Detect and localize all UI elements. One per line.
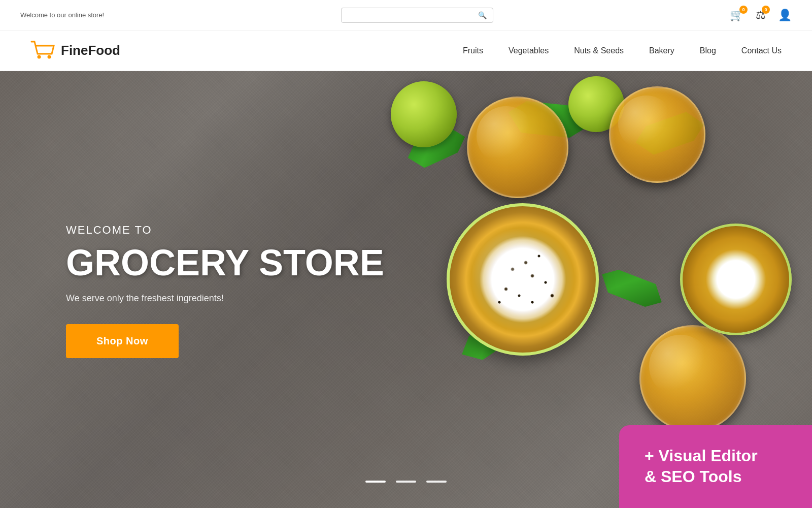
nav-link-contact[interactable]: Contact Us — [741, 46, 782, 55]
fruit-seeds — [460, 216, 592, 348]
leaf-4 — [596, 262, 667, 315]
nav-item-vegetables[interactable]: Vegetables — [509, 46, 549, 55]
nav-link-blog[interactable]: Blog — [700, 46, 716, 55]
visual-editor-badge: + Visual Editor & SEO Tools — [619, 425, 812, 508]
smoothie-cup-1 — [467, 97, 568, 198]
slider-dot-1[interactable] — [365, 481, 386, 483]
slider-dot-2[interactable] — [396, 481, 416, 483]
nav-item-fruits[interactable]: Fruits — [463, 46, 483, 55]
logo[interactable]: FineFood — [30, 41, 120, 61]
shop-now-button[interactable]: Shop Now — [66, 324, 179, 358]
search-input[interactable] — [348, 11, 475, 19]
hero-welcome-text: WELCOME TO — [66, 224, 384, 237]
logo-cart-icon — [30, 41, 56, 61]
search-box[interactable]: 🔍 — [341, 8, 493, 23]
hero-title: GROCERY STORE — [66, 243, 384, 283]
hero-section: WELCOME TO GROCERY STORE We serve only t… — [0, 71, 812, 508]
hero-subtitle: We serve only the freshest ingredients! — [66, 293, 384, 304]
smoothie-cup-3 — [639, 325, 746, 432]
nav-link-bakery[interactable]: Bakery — [649, 46, 674, 55]
slider-dots — [365, 481, 447, 483]
compare-icon-button[interactable]: ⚖ 0 — [756, 9, 766, 22]
logo-text: FineFood — [61, 43, 120, 58]
whole-fruit-1 — [391, 81, 457, 147]
account-icon-button[interactable]: 👤 — [778, 9, 792, 22]
cart-icon-button[interactable]: 🛒 0 — [730, 9, 743, 22]
nav-link-fruits[interactable]: Fruits — [463, 46, 483, 55]
visual-editor-line2: & SEO Tools — [645, 466, 787, 488]
cart-badge: 0 — [739, 6, 748, 14]
nav-item-bakery[interactable]: Bakery — [649, 46, 674, 55]
passion-fruit-main — [447, 203, 599, 356]
top-bar: Welcome to our online store! 🔍 🛒 0 ⚖ 0 👤 — [0, 0, 812, 30]
slider-dot-3[interactable] — [426, 481, 447, 483]
user-icon: 👤 — [778, 9, 792, 21]
nav-bar: FineFood Fruits Vegetables Nuts & Seeds … — [0, 30, 812, 71]
svg-point-0 — [38, 55, 41, 58]
hero-content: WELCOME TO GROCERY STORE We serve only t… — [66, 224, 384, 358]
passion-fruit-right — [680, 224, 792, 335]
smoothie-cup-2 — [609, 86, 705, 183]
top-bar-icons: 🛒 0 ⚖ 0 👤 — [730, 9, 792, 22]
nav-links: Fruits Vegetables Nuts & Seeds Bakery Bl… — [463, 46, 782, 55]
visual-editor-line1: + Visual Editor — [645, 446, 787, 467]
svg-point-1 — [48, 55, 51, 58]
nav-item-blog[interactable]: Blog — [700, 46, 716, 55]
nav-link-nuts-seeds[interactable]: Nuts & Seeds — [574, 46, 624, 55]
nav-item-nuts-seeds[interactable]: Nuts & Seeds — [574, 46, 624, 55]
search-icon: 🔍 — [478, 11, 487, 19]
welcome-text: Welcome to our online store! — [20, 11, 104, 19]
compare-badge: 0 — [762, 6, 770, 14]
nav-link-vegetables[interactable]: Vegetables — [509, 46, 549, 55]
nav-item-contact[interactable]: Contact Us — [741, 46, 782, 55]
